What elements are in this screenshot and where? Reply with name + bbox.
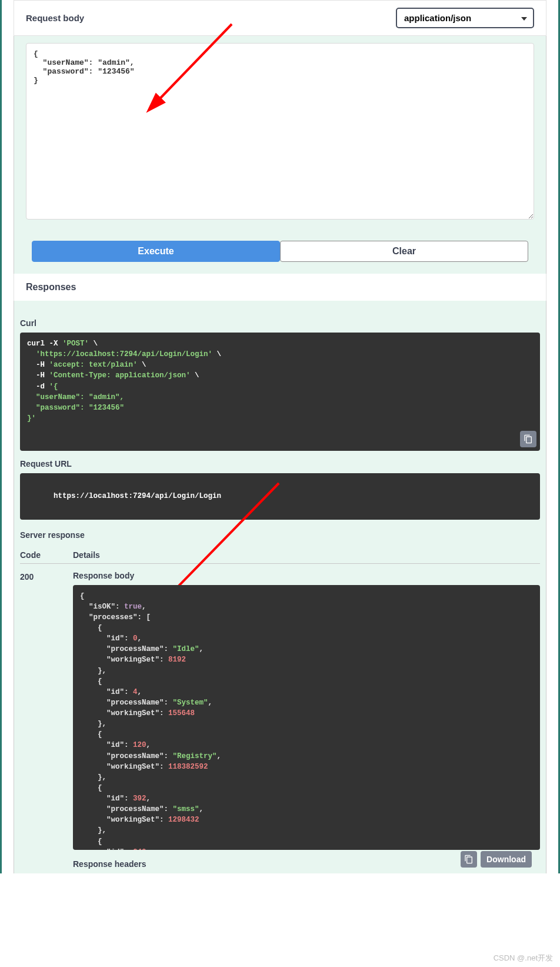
curl-label: Curl bbox=[20, 318, 540, 328]
responses-title: Responses bbox=[14, 274, 546, 301]
request-url-label: Request URL bbox=[20, 459, 540, 468]
curl-block: curl -X 'POST' \ 'https://localhost:7294… bbox=[20, 333, 540, 451]
request-body-header: Request body application/json bbox=[14, 0, 546, 36]
details-column-header: Details bbox=[73, 550, 540, 560]
clipboard-icon bbox=[524, 434, 533, 444]
request-url-value: https://localhost:7294/api/Login/Login bbox=[54, 492, 221, 500]
code-column-header: Code bbox=[20, 550, 73, 560]
response-table-header: Code Details bbox=[20, 544, 540, 564]
execute-button[interactable]: Execute bbox=[32, 241, 280, 262]
clear-button[interactable]: Clear bbox=[280, 241, 528, 262]
server-response-label: Server response bbox=[20, 530, 540, 540]
download-button[interactable]: Download bbox=[481, 851, 532, 868]
response-row: 200 Response body { "isOK": true, "proce… bbox=[20, 571, 540, 873]
clipboard-icon bbox=[464, 855, 474, 864]
content-type-select[interactable]: application/json bbox=[396, 8, 534, 28]
response-status-code: 200 bbox=[20, 571, 73, 581]
copy-curl-button[interactable] bbox=[520, 431, 536, 447]
content-type-select-wrap: application/json bbox=[396, 8, 534, 28]
response-body-block[interactable]: { "isOK": true, "processes": [ { "id": 0… bbox=[73, 585, 540, 850]
request-body-label: Request body bbox=[26, 13, 84, 23]
request-url-block: https://localhost:7294/api/Login/Login bbox=[20, 473, 540, 519]
request-body-textarea[interactable] bbox=[26, 43, 534, 220]
copy-response-button[interactable] bbox=[461, 851, 477, 868]
response-body-label: Response body bbox=[73, 571, 540, 580]
